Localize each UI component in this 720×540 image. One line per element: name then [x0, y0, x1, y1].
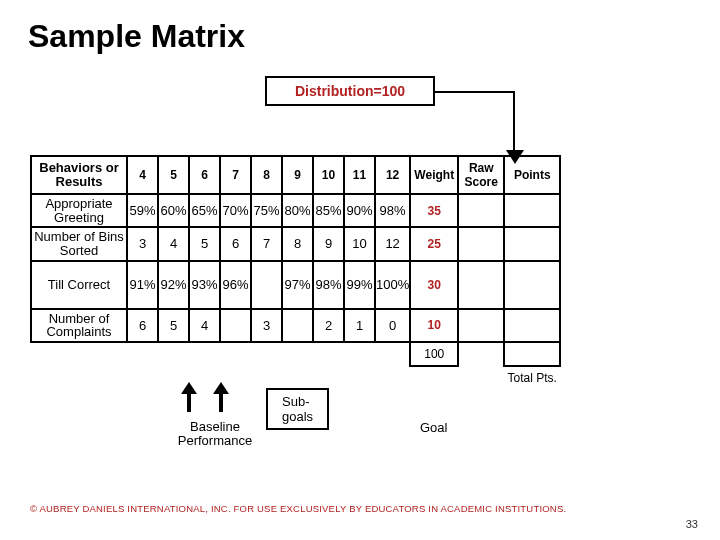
weight-cell: 35: [410, 194, 458, 227]
subgoals-box: Sub-goals: [266, 388, 329, 430]
header-weight: Weight: [410, 156, 458, 194]
weight-cell: 30: [410, 261, 458, 309]
weight-total: 100: [410, 342, 458, 366]
cell: [282, 309, 313, 342]
cell: 70%: [220, 194, 251, 227]
header-scale: 8: [251, 156, 282, 194]
cell: 100%: [375, 261, 410, 309]
header-behaviors: Behaviors or Results: [31, 156, 127, 194]
header-scale: 4: [127, 156, 158, 194]
cell: 93%: [189, 261, 220, 309]
cell: 92%: [158, 261, 189, 309]
header-scale: 6: [189, 156, 220, 194]
table-row: Number of Complaints 6 5 4 3 2 1 0 10: [31, 309, 560, 342]
cell: 8: [282, 227, 313, 260]
table-row: Till Correct 91% 92% 93% 96% 97% 98% 99%…: [31, 261, 560, 309]
header-scale: 10: [313, 156, 344, 194]
cell: 12: [375, 227, 410, 260]
slide: Sample Matrix Distribution=100 Behaviors…: [0, 0, 720, 540]
spacer: [31, 366, 504, 390]
header-scale: 12: [375, 156, 410, 194]
cell: 3: [127, 227, 158, 260]
cell: 85%: [313, 194, 344, 227]
cell: 91%: [127, 261, 158, 309]
cell: 10: [344, 227, 375, 260]
table-row: Number of Bins Sorted 3 4 5 6 7 8 9 10 1…: [31, 227, 560, 260]
cell: 3: [251, 309, 282, 342]
table-row: Appropriate Greeting 59% 60% 65% 70% 75%…: [31, 194, 560, 227]
cell: 75%: [251, 194, 282, 227]
cell: 65%: [189, 194, 220, 227]
arrow-up-icon: [212, 382, 230, 412]
row-label: Appropriate Greeting: [31, 194, 127, 227]
cell: 80%: [282, 194, 313, 227]
cell: 96%: [220, 261, 251, 309]
cell: 2: [313, 309, 344, 342]
points-cell: [504, 194, 560, 227]
weight-cell: 10: [410, 309, 458, 342]
raw-score-cell: [458, 194, 504, 227]
page-number: 33: [686, 518, 698, 530]
arrow-up-icon: [180, 382, 198, 412]
cell: 59%: [127, 194, 158, 227]
header-scale: 7: [220, 156, 251, 194]
cell: 98%: [375, 194, 410, 227]
header-scale: 9: [282, 156, 313, 194]
header-raw-score: Raw Score: [458, 156, 504, 194]
cell: 5: [158, 309, 189, 342]
cell: [251, 261, 282, 309]
cell: 97%: [282, 261, 313, 309]
cell: 9: [313, 227, 344, 260]
cell: 6: [220, 227, 251, 260]
cell: [220, 309, 251, 342]
row-label: Number of Complaints: [31, 309, 127, 342]
totals-label-row: Total Pts.: [31, 366, 560, 390]
header-points: Points: [504, 156, 560, 194]
total-points-cell: [504, 342, 560, 366]
spacer: [458, 342, 504, 366]
row-label: Till Correct: [31, 261, 127, 309]
goal-label: Goal: [420, 420, 447, 435]
cell: 98%: [313, 261, 344, 309]
points-cell: [504, 309, 560, 342]
points-cell: [504, 261, 560, 309]
cell: 6: [127, 309, 158, 342]
baseline-label: Baseline Performance: [155, 420, 275, 449]
page-title: Sample Matrix: [28, 18, 692, 55]
header-scale: 11: [344, 156, 375, 194]
arrow-segment: [513, 91, 515, 153]
matrix-table: Behaviors or Results 4 5 6 7 8 9 10 11 1…: [30, 155, 561, 390]
cell: 7: [251, 227, 282, 260]
header-row: Behaviors or Results 4 5 6 7 8 9 10 11 1…: [31, 156, 560, 194]
cell: 0: [375, 309, 410, 342]
cell: 1: [344, 309, 375, 342]
distribution-box: Distribution=100: [265, 76, 435, 106]
arrow-segment: [434, 91, 514, 93]
footer-copyright: © AUBREY DANIELS INTERNATIONAL, INC. FOR…: [30, 503, 690, 514]
total-pts-label: Total Pts.: [504, 366, 560, 390]
totals-row: 100: [31, 342, 560, 366]
cell: 90%: [344, 194, 375, 227]
raw-score-cell: [458, 261, 504, 309]
cell: 5: [189, 227, 220, 260]
cell: 4: [158, 227, 189, 260]
header-scale: 5: [158, 156, 189, 194]
raw-score-cell: [458, 227, 504, 260]
spacer: [31, 342, 410, 366]
weight-cell: 25: [410, 227, 458, 260]
row-label: Number of Bins Sorted: [31, 227, 127, 260]
points-cell: [504, 227, 560, 260]
cell: 99%: [344, 261, 375, 309]
cell: 4: [189, 309, 220, 342]
cell: 60%: [158, 194, 189, 227]
raw-score-cell: [458, 309, 504, 342]
